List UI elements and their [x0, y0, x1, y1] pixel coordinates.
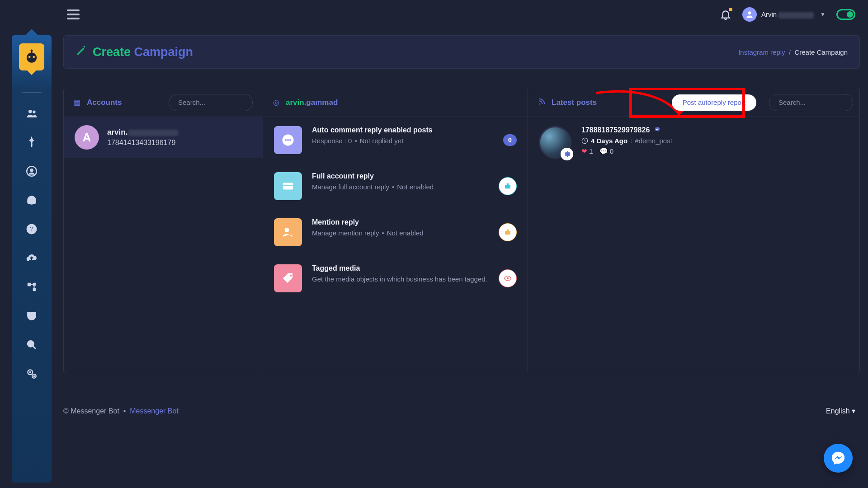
svg-point-22 [285, 139, 287, 141]
clock-icon [581, 137, 588, 144]
sidebar-item-pocket[interactable] [12, 301, 52, 330]
accounts-icon: ▤ [74, 98, 80, 107]
feature-auto-comment[interactable]: Auto comment reply enabled posts Respons… [263, 117, 528, 163]
footer: © Messenger Bot • Messenger Bot English … [63, 407, 855, 415]
top-bar: Arvin ▼ [0, 0, 868, 29]
feature-subtitle: Manage mention reply•Not enabled [312, 229, 489, 237]
theme-toggle[interactable] [836, 9, 855, 20]
svg-point-20 [33, 375, 35, 377]
chat-fab[interactable] [824, 444, 853, 473]
verified-icon [653, 126, 661, 134]
svg-point-1 [27, 53, 37, 63]
sidebar-item-cloud[interactable] [12, 244, 52, 272]
feature-title: Full account reply [312, 172, 489, 180]
posts-search-input[interactable] [769, 94, 853, 111]
feature-subtitle: Get the media objects in which business … [312, 275, 489, 283]
latest-posts-panel: Latest posts Post autoreply report 17888… [528, 88, 859, 373]
tag-icon [274, 264, 302, 292]
svg-point-9 [30, 169, 33, 172]
notification-dot [729, 8, 732, 11]
sidebar-item-profile[interactable] [12, 157, 52, 186]
feature-title: Mention reply [312, 218, 489, 226]
svg-point-30 [290, 275, 292, 277]
count-badge: 0 [503, 134, 517, 146]
edit-icon [75, 45, 87, 60]
svg-point-18 [29, 371, 31, 373]
feature-title: Tagged media [312, 264, 489, 272]
chevron-down-icon: ▼ [820, 11, 826, 18]
eye-icon[interactable] [499, 269, 517, 287]
breadcrumb-link[interactable]: Instagram reply [738, 48, 785, 56]
svg-point-5 [31, 49, 33, 52]
briefcase-icon[interactable] [499, 177, 517, 195]
account-detail-title: arvin.gammad [286, 98, 338, 107]
card-icon [274, 172, 302, 200]
account-name: arvin. [107, 128, 178, 137]
svg-point-23 [287, 139, 289, 141]
svg-point-3 [33, 56, 35, 58]
svg-point-24 [289, 139, 291, 141]
briefcase-icon[interactable] [499, 223, 517, 241]
avatar-icon [742, 7, 757, 22]
accounts-title: Accounts [87, 98, 122, 107]
sidebar-item-subscribers[interactable] [12, 99, 52, 128]
post-id: 17888187529979826 [581, 126, 672, 134]
svg-point-6 [29, 110, 32, 113]
breadcrumb-current: Create Campaign [794, 48, 848, 56]
svg-point-7 [33, 111, 35, 113]
svg-text:?: ? [29, 225, 33, 233]
breadcrumb: Instagram reply / Create Campaign [738, 48, 848, 56]
feature-full-account-reply[interactable]: Full account reply Manage full account r… [263, 163, 528, 209]
comment-icon: 💬 [599, 147, 608, 155]
sidebar-item-search[interactable] [12, 330, 52, 359]
svg-rect-13 [28, 283, 31, 286]
svg-point-28 [285, 228, 289, 232]
feature-subtitle: Manage full account reply•Not enabled [312, 183, 489, 191]
latest-posts-title: Latest posts [552, 98, 597, 107]
feature-tagged-media[interactable]: Tagged media Get the media objects in wh… [263, 255, 528, 301]
accounts-panel: ▤ Accounts A arvin. 17841413433196179 [64, 88, 263, 373]
svg-point-0 [748, 11, 751, 14]
sidebar-item-help[interactable]: ? [12, 215, 52, 244]
svg-rect-4 [31, 51, 32, 54]
feature-title: Auto comment reply enabled posts [312, 126, 493, 134]
sidebar-item-settings[interactable] [12, 359, 52, 388]
chevron-down-icon: ▾ [852, 407, 855, 415]
svg-rect-29 [505, 231, 510, 235]
account-detail-panel: ◎ arvin.gammad Auto comment reply enable… [263, 88, 528, 373]
hamburger-icon[interactable] [67, 9, 80, 19]
mention-icon [274, 218, 302, 246]
post-avatar [539, 126, 571, 159]
page-title: Create Campaign [75, 45, 193, 60]
instagram-icon: ◎ [273, 98, 279, 107]
sidebar-item-support[interactable] [12, 186, 52, 215]
bell-icon[interactable] [720, 9, 731, 20]
app-logo[interactable] [19, 43, 44, 70]
footer-copy: © Messenger Bot [63, 407, 119, 415]
accounts-search-input[interactable] [169, 94, 253, 111]
page-header: Create Campaign Instagram reply / Create… [63, 35, 860, 69]
post-autoreply-report-button[interactable]: Post autoreply report [672, 94, 756, 111]
feature-subtitle: Response : 0•Not replied yet [312, 137, 493, 145]
sidebar-item-flow[interactable] [12, 272, 52, 301]
svg-rect-15 [33, 288, 35, 291]
sidebar-item-activity[interactable] [12, 128, 52, 157]
feature-mention-reply[interactable]: Mention reply Manage mention reply•Not e… [263, 209, 528, 255]
language-selector[interactable]: English ▾ [826, 407, 855, 415]
heart-icon: ❤ [581, 147, 587, 155]
sidebar: ? [12, 35, 52, 483]
account-avatar: A [75, 125, 99, 150]
account-row[interactable]: A arvin. 17841413433196179 [64, 117, 263, 158]
footer-link[interactable]: Messenger Bot [130, 407, 179, 415]
chat-icon [274, 126, 302, 154]
post-row[interactable]: 17888187529979826 4 Days Ago : #demo_pos… [528, 117, 859, 168]
post-counts: ❤ 1 💬 0 [581, 147, 672, 155]
rss-icon [538, 98, 545, 107]
svg-point-2 [28, 56, 31, 58]
svg-rect-27 [505, 185, 510, 188]
gear-icon[interactable] [561, 148, 573, 160]
user-name: Arvin [761, 10, 814, 18]
user-menu[interactable]: Arvin ▼ [742, 7, 826, 22]
svg-point-31 [507, 277, 509, 280]
svg-rect-14 [33, 283, 35, 285]
